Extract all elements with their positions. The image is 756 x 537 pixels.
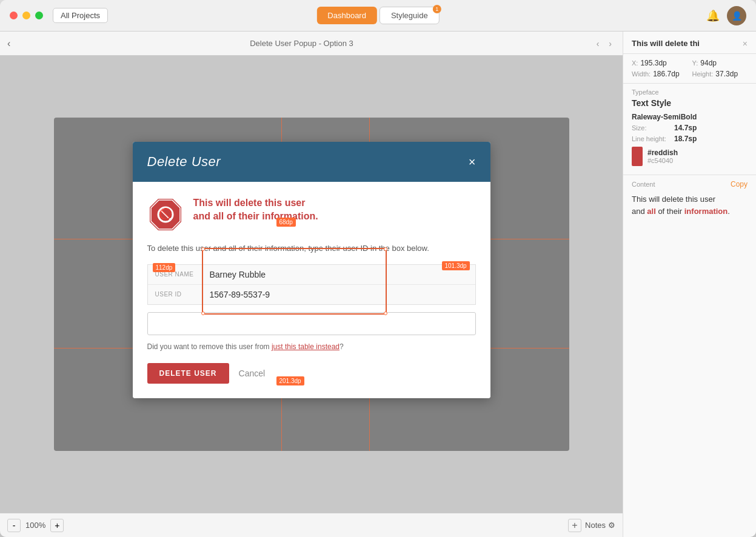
canvas-prev-button[interactable]: ‹: [593, 38, 603, 50]
user-id-row: USER ID 1567-89-5537-9: [148, 285, 475, 304]
panel-close-button[interactable]: ×: [743, 39, 748, 48]
size-label: Size:: [632, 124, 674, 132]
font-size-row: Size: 14.7sp: [632, 124, 748, 132]
panel-coords: X: 195.3dp Y: 94dp Width: 186.7dp Height…: [623, 54, 756, 84]
font-props: Raleway-SemiBold Size: 14.7sp Line heigh…: [632, 113, 748, 143]
font-name: Raleway-SemiBold: [632, 113, 697, 121]
y-label: Y:: [692, 59, 698, 67]
tab-dashboard[interactable]: Dashboard: [316, 7, 377, 24]
line-height-label: Line height:: [632, 135, 674, 142]
user-id-value: 1567-89-5537-9: [210, 290, 270, 299]
canvas-viewport[interactable]: Delete User ×: [0, 56, 623, 513]
notification-icon[interactable]: 🔔: [706, 9, 720, 22]
panel-header: This will delete thi ×: [623, 32, 756, 54]
all-projects-button[interactable]: All Projects: [53, 8, 108, 23]
modal-close-button[interactable]: ×: [469, 155, 476, 169]
canvas-next-button[interactable]: ›: [605, 38, 615, 50]
bottom-bar: - 100% + + Notes ⚙: [0, 513, 623, 537]
copy-button[interactable]: Copy: [731, 180, 748, 188]
titlebar-tabs: Dashboard Styleguide 1: [316, 7, 439, 24]
user-avatar[interactable]: 👤: [727, 6, 746, 25]
typeface-label: Typeface: [632, 88, 748, 96]
zoom-out-button[interactable]: -: [7, 519, 21, 532]
titlebar: All Projects Dashboard Styleguide 1 🔔 👤: [0, 0, 756, 32]
color-row: #reddish #c54040: [632, 147, 748, 166]
main-content: ‹ Delete User Popup - Option 3 ‹ ›: [0, 32, 756, 537]
zoom-in-button[interactable]: +: [50, 519, 64, 532]
content-bold-information: information: [684, 207, 728, 216]
zoom-level: 100%: [25, 521, 45, 530]
bottom-right: + Notes ⚙: [568, 519, 615, 532]
add-button[interactable]: +: [568, 519, 581, 532]
color-swatch: [632, 147, 643, 166]
user-id-label: USER ID: [155, 290, 210, 299]
size-value: 14.7sp: [674, 124, 697, 132]
modal-dialog: Delete User ×: [133, 142, 490, 398]
content-label: Content: [632, 181, 655, 188]
content-section: Content Copy This will delete this user …: [623, 175, 756, 222]
notes-button[interactable]: Notes ⚙: [585, 521, 615, 530]
user-name-value: Barney Rubble: [210, 270, 266, 279]
delete-user-button[interactable]: DELETE USER: [147, 363, 229, 384]
modal-header: Delete User ×: [133, 142, 490, 182]
user-info-table: USER NAME Barney Rubble USER ID 1567-89-…: [147, 264, 476, 305]
tab-styleguide[interactable]: Styleguide 1: [380, 7, 440, 24]
remove-table-link[interactable]: just this table instead: [272, 342, 340, 351]
font-name-row: Raleway-SemiBold: [632, 113, 748, 121]
remove-link-text: Did you want to remove this user from ju…: [147, 342, 476, 351]
modal-actions: DELETE USER Cancel: [147, 363, 476, 384]
canvas-breadcrumb: Delete User Popup - Option 3: [15, 39, 587, 48]
line-height-row: Line height: 18.7sp: [632, 135, 748, 143]
text-style-heading: Text Style: [632, 98, 748, 108]
selection-overlay-container: To delete this user and all of their inf…: [147, 242, 476, 384]
user-name-row: USER NAME Barney Rubble: [148, 265, 475, 285]
coord-width: Width: 186.7dp: [632, 70, 687, 78]
warning-text-container: This will delete this userand all of the…: [193, 196, 318, 224]
cancel-button[interactable]: Cancel: [239, 369, 266, 378]
traffic-lights: [10, 12, 43, 19]
close-traffic-light[interactable]: [10, 12, 18, 19]
canvas-toolbar: ‹ Delete User Popup - Option 3 ‹ ›: [0, 32, 623, 56]
x-value: 195.3dp: [640, 59, 666, 67]
styleguide-badge: 1: [433, 5, 441, 13]
canvas-nav-buttons: ‹ ›: [593, 38, 615, 50]
color-info: #reddish #c54040: [647, 148, 678, 164]
x-label: X:: [632, 59, 638, 67]
sub-text: To delete this user and all of their inf…: [147, 242, 476, 255]
coord-x: X: 195.3dp: [632, 59, 687, 67]
minimize-traffic-light[interactable]: [22, 12, 30, 19]
width-label: Width:: [632, 70, 651, 78]
y-value: 94dp: [700, 59, 717, 67]
stop-sign-icon: 🚫: [147, 196, 184, 233]
warning-text: This will delete this userand all of the…: [193, 196, 318, 224]
height-value: 37.3dp: [715, 70, 738, 78]
modal-body: 🚫 This will delete this userand all of t…: [133, 182, 490, 398]
coord-y: Y: 94dp: [692, 59, 748, 67]
canvas-area: ‹ Delete User Popup - Option 3 ‹ ›: [0, 32, 623, 537]
line-height-value: 18.7sp: [674, 135, 697, 143]
color-name: #reddish: [647, 148, 678, 157]
content-text: This will delete this user and all of th…: [632, 193, 748, 217]
height-label: Height:: [692, 70, 714, 78]
svg-text:🚫: 🚫: [159, 207, 173, 221]
right-panel: This will delete thi × X: 195.3dp Y: 94d…: [623, 32, 756, 537]
typeface-section: Typeface Text Style Raleway-SemiBold Siz…: [623, 84, 756, 175]
maximize-traffic-light[interactable]: [35, 12, 43, 19]
modal-warning-section: 🚫 This will delete this userand all of t…: [147, 196, 476, 233]
user-id-input[interactable]: [147, 312, 476, 335]
width-value: 186.7dp: [653, 70, 679, 78]
design-frame: Delete User ×: [54, 118, 569, 451]
canvas-back-button[interactable]: ‹: [7, 38, 10, 49]
user-name-label: USER NAME: [155, 270, 210, 279]
titlebar-right: 🔔 👤: [706, 6, 746, 25]
content-header: Content Copy: [632, 180, 748, 188]
notes-gear-icon: ⚙: [608, 521, 615, 530]
coord-height: Height: 37.3dp: [692, 70, 748, 78]
color-hex: #c54040: [647, 157, 678, 164]
app-window: All Projects Dashboard Styleguide 1 🔔 👤 …: [0, 0, 756, 537]
modal-title: Delete User: [147, 154, 221, 170]
content-bold-all: all: [647, 207, 655, 216]
panel-title: This will delete thi: [632, 39, 738, 48]
